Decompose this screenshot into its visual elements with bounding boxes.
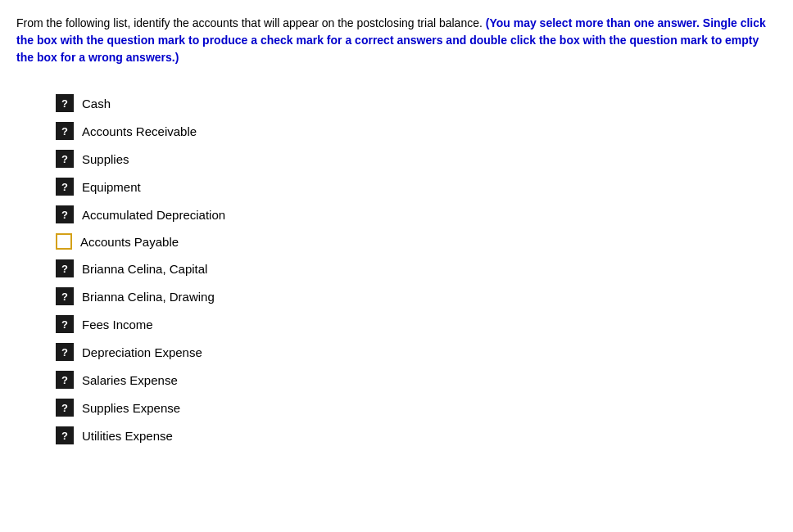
item-label-equipment: Equipment (82, 180, 141, 194)
checkbox-icon-brianna-drawing: ? (56, 287, 74, 305)
item-label-utilities-expense: Utilities Expense (82, 429, 173, 443)
list-item-utilities-expense[interactable]: ?Utilities Expense (56, 422, 777, 449)
checkbox-icon-brianna-capital: ? (56, 259, 74, 277)
list-item-accounts-payable[interactable]: Accounts Payable (56, 228, 777, 255)
instructions-text: From the following list, identify the ac… (16, 15, 777, 66)
checkbox-icon-supplies: ? (56, 150, 74, 168)
checkbox-icon-equipment: ? (56, 178, 74, 196)
list-item-salaries-expense[interactable]: ?Salaries Expense (56, 366, 777, 394)
checkbox-icon-utilities-expense: ? (56, 426, 74, 444)
checkbox-icon-accounts-receivable: ? (56, 122, 74, 140)
list-item-supplies-expense[interactable]: ?Supplies Expense (56, 394, 777, 422)
item-label-accumulated-depreciation: Accumulated Depreciation (82, 208, 225, 222)
checkbox-icon-cash: ? (56, 94, 74, 112)
item-label-accounts-payable: Accounts Payable (80, 235, 179, 249)
list-item-cash[interactable]: ?Cash (56, 89, 777, 117)
list-item-equipment[interactable]: ?Equipment (56, 173, 777, 201)
item-label-depreciation-expense: Depreciation Expense (82, 345, 202, 359)
list-item-depreciation-expense[interactable]: ?Depreciation Expense (56, 338, 777, 366)
list-item-brianna-drawing[interactable]: ?Brianna Celina, Drawing (56, 282, 777, 310)
checkbox-icon-supplies-expense: ? (56, 399, 74, 417)
checkbox-icon-salaries-expense: ? (56, 371, 74, 389)
item-label-brianna-capital: Brianna Celina, Capital (82, 262, 207, 276)
list-item-supplies[interactable]: ?Supplies (56, 145, 777, 173)
instructions-main: From the following list, identify the ac… (16, 16, 483, 29)
item-label-salaries-expense: Salaries Expense (82, 373, 178, 387)
item-label-brianna-drawing: Brianna Celina, Drawing (82, 290, 215, 304)
checkbox-icon-fees-income: ? (56, 315, 74, 333)
checkbox-icon-accumulated-depreciation: ? (56, 205, 74, 223)
checkbox-icon-accounts-payable (56, 233, 72, 250)
item-label-cash: Cash (82, 97, 111, 110)
item-label-accounts-receivable: Accounts Receivable (82, 124, 197, 138)
item-label-supplies: Supplies (82, 152, 129, 166)
list-item-accumulated-depreciation[interactable]: ?Accumulated Depreciation (56, 201, 777, 228)
instructions-container: From the following list, identify the ac… (16, 15, 777, 66)
item-label-fees-income: Fees Income (82, 318, 153, 331)
accounts-list: ?Cash?Accounts Receivable?Supplies?Equip… (16, 89, 777, 449)
checkbox-icon-depreciation-expense: ? (56, 343, 74, 361)
list-item-fees-income[interactable]: ?Fees Income (56, 310, 777, 338)
list-item-brianna-capital[interactable]: ?Brianna Celina, Capital (56, 255, 777, 282)
list-item-accounts-receivable[interactable]: ?Accounts Receivable (56, 117, 777, 145)
item-label-supplies-expense: Supplies Expense (82, 401, 180, 415)
